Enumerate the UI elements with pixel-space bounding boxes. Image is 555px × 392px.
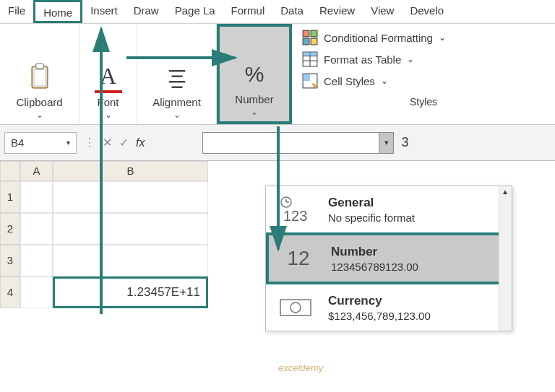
alignment-icon (163, 61, 191, 93)
cell-b4-selected[interactable]: 1.23457E+11 (53, 276, 208, 308)
tab-draw[interactable]: Draw (126, 0, 167, 23)
format-number-title: Number (331, 245, 418, 259)
font-icon: A (95, 61, 122, 93)
select-all-corner[interactable] (0, 161, 20, 181)
column-header-b[interactable]: B (53, 161, 208, 181)
cell-a3[interactable] (20, 245, 53, 276)
tab-developer[interactable]: Develo (402, 0, 452, 23)
svg-point-23 (291, 302, 301, 313)
svg-rect-7 (303, 30, 309, 37)
chevron-down-icon: ▾ (66, 139, 70, 147)
cell-a2[interactable] (20, 213, 53, 245)
group-alignment-label: Alignment (152, 96, 201, 108)
cell-a4[interactable] (20, 276, 53, 308)
svg-rect-17 (303, 74, 310, 81)
row-header-2[interactable]: 2 (0, 213, 20, 245)
name-box-value: B4 (11, 136, 24, 149)
tab-insert[interactable]: Insert (82, 0, 126, 23)
group-clipboard[interactable]: Clipboard ⌄ (0, 24, 79, 124)
cell-b3[interactable] (53, 245, 208, 276)
svg-rect-2 (34, 69, 46, 86)
table-icon (302, 51, 318, 67)
cell-b2[interactable] (53, 213, 208, 245)
group-styles-label: Styles (302, 96, 545, 108)
row-header-1[interactable]: 1 (0, 181, 20, 213)
resize-handle[interactable]: ⋮ (84, 136, 95, 149)
svg-rect-10 (311, 38, 317, 45)
row-header-4[interactable]: 4 (0, 276, 20, 308)
group-number-label: Number (235, 93, 273, 105)
format-number-sub: 123456789123.00 (331, 261, 418, 273)
svg-rect-15 (303, 52, 317, 56)
conditional-formatting-button[interactable]: Conditional Formatting ⌄ (302, 30, 545, 45)
group-clipboard-label: Clipboard (16, 96, 62, 108)
format-general-sub: No specific format (328, 212, 415, 224)
scroll-up-icon: ▲ (502, 188, 509, 196)
name-box[interactable]: B4 ▾ (4, 132, 77, 154)
svg-rect-8 (311, 30, 317, 37)
formula-bar: B4 ▾ ⋮ ✕ ✓ fx ▾ 3 (0, 125, 555, 161)
chevron-down-icon: ⌄ (251, 107, 258, 117)
general-format-icon: 123 (276, 193, 315, 225)
currency-format-icon (276, 292, 315, 323)
format-as-table-button[interactable]: Format as Table ⌄ (302, 51, 545, 67)
tab-review[interactable]: Review (311, 0, 363, 23)
svg-text:123: 123 (283, 208, 307, 224)
chevron-down-icon: ⌄ (439, 32, 446, 43)
enter-icon[interactable]: ✓ (119, 136, 129, 149)
cell-styles-icon (302, 73, 318, 89)
format-currency-sub: $123,456,789,123.00 (328, 310, 431, 322)
group-number[interactable]: % Number ⌄ (217, 24, 292, 124)
chevron-down-icon: ▾ (379, 133, 393, 153)
svg-rect-9 (303, 38, 309, 45)
cell-styles-button[interactable]: Cell Styles ⌄ (302, 73, 545, 89)
chevron-down-icon: ⌄ (105, 110, 112, 120)
ribbon-tabs: File Home Insert Draw Page La Formul Dat… (0, 0, 555, 24)
number-format-icon: 12 (279, 243, 318, 274)
formula-content-truncated: 3 (401, 135, 408, 150)
ribbon: Clipboard ⌄ A Font ⌄ Alignment ⌄ % Numbe… (0, 24, 555, 125)
tab-data[interactable]: Data (272, 0, 311, 23)
clipboard-icon (26, 61, 53, 93)
cell-styles-label: Cell Styles (324, 75, 375, 87)
chevron-down-icon: ⌄ (36, 110, 43, 120)
column-header-a[interactable]: A (20, 161, 53, 181)
conditional-formatting-label: Conditional Formatting (324, 32, 433, 44)
format-currency-title: Currency (328, 294, 431, 308)
chevron-down-icon: ⌄ (173, 110, 181, 120)
format-as-table-label: Format as Table (324, 53, 401, 66)
percent-icon: % (241, 58, 268, 90)
tab-view[interactable]: View (363, 0, 402, 23)
number-format-selector[interactable]: ▾ (202, 132, 394, 154)
tab-file[interactable]: File (0, 0, 33, 23)
group-font[interactable]: A Font ⌄ (79, 24, 137, 124)
format-option-number[interactable]: 12 Number 123456789123.00 (266, 232, 512, 284)
fx-icon[interactable]: fx (136, 136, 145, 149)
svg-rect-1 (35, 64, 43, 69)
cell-b4-value: 1.23457E+11 (55, 279, 206, 306)
tab-page-layout[interactable]: Page La (167, 0, 223, 23)
cancel-icon[interactable]: ✕ (103, 136, 112, 149)
group-font-label: Font (97, 96, 119, 108)
group-alignment[interactable]: Alignment ⌄ (137, 24, 217, 124)
format-general-title: General (328, 196, 415, 210)
scrollbar[interactable]: ▲ (499, 186, 512, 331)
tab-home[interactable]: Home (33, 0, 82, 23)
format-option-general[interactable]: 123 General No specific format (266, 186, 512, 232)
chevron-down-icon: ⌄ (407, 54, 414, 64)
number-format-dropdown: ▲ 123 General No specific format 12 Numb… (265, 186, 512, 331)
conditional-formatting-icon (302, 30, 318, 45)
format-option-currency[interactable]: Currency $123,456,789,123.00 (266, 284, 512, 331)
chevron-down-icon: ⌄ (381, 76, 388, 86)
cell-b1[interactable] (53, 181, 208, 213)
row-header-3[interactable]: 3 (0, 245, 20, 276)
watermark: exceldemy (278, 362, 323, 373)
tab-formulas[interactable]: Formul (223, 0, 273, 23)
cell-a1[interactable] (20, 181, 53, 213)
group-styles: Conditional Formatting ⌄ Format as Table… (292, 24, 555, 124)
